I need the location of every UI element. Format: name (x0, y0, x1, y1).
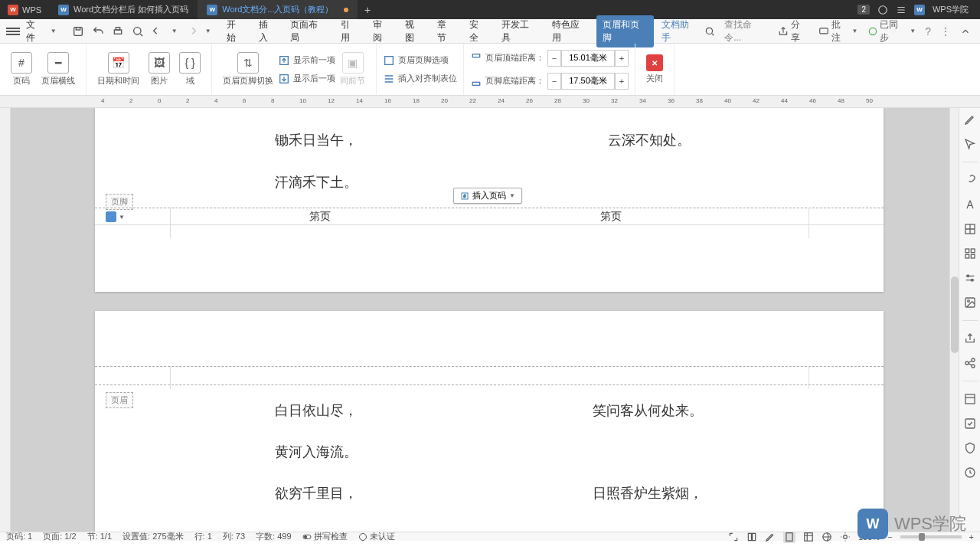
undo-icon[interactable] (92, 25, 104, 38)
pencil-icon[interactable] (963, 113, 977, 126)
notification-badge[interactable]: 2 (858, 5, 870, 15)
document-tab-active[interactable]: W Word文档分...入页码（教程） (198, 0, 358, 19)
spell-check-toggle[interactable]: 拼写检查 (302, 531, 348, 542)
body-text[interactable]: 笑问客从何处来。 (593, 401, 703, 420)
status-page-no[interactable]: 页码: 1 (6, 531, 32, 542)
tab-security[interactable]: 安全 (463, 15, 494, 47)
web-view-icon[interactable] (822, 532, 832, 542)
font-icon[interactable] (963, 198, 977, 211)
zoom-value[interactable]: 130% (858, 532, 880, 542)
table-icon[interactable] (963, 222, 977, 236)
same-prev-button[interactable]: ▣ 同前节 (335, 49, 370, 90)
switch-button[interactable]: ⇅ 页眉页脚切换 (218, 49, 278, 90)
body-text[interactable]: 日照香炉生紫烟， (593, 484, 703, 502)
image-icon[interactable] (963, 296, 977, 309)
fullscreen-icon[interactable] (728, 532, 739, 542)
status-page[interactable]: 页面: 1/2 (43, 531, 76, 542)
decrease-top-button[interactable]: − (547, 50, 561, 67)
body-text[interactable]: 锄禾日当午， (275, 131, 358, 149)
export-icon[interactable] (963, 332, 977, 345)
zoom-slider[interactable] (900, 535, 962, 538)
file-menu[interactable]: 文件 (21, 18, 49, 44)
grid-icon[interactable] (963, 247, 977, 260)
document-area[interactable]: 锄禾日当午， 汗滴禾下土。 云深不知处。 # 插入页码 ▼ 页脚 ▼ 第页 第页 (11, 108, 949, 532)
tab-developer[interactable]: 开发工具 (495, 15, 544, 47)
eye-protect-icon[interactable] (840, 532, 851, 542)
search-icon[interactable] (704, 26, 715, 37)
show-prev-button[interactable]: 显示前一项 (278, 52, 335, 69)
options-button[interactable]: 页眉页脚选项 (383, 52, 457, 69)
page-number-text[interactable]: 第页 (309, 210, 331, 224)
shield-icon[interactable] (963, 441, 977, 455)
status-row[interactable]: 行: 1 (194, 531, 212, 542)
header-line-button[interactable]: ━ 页眉横线 (37, 49, 80, 90)
show-next-button[interactable]: 显示后一项 (278, 70, 335, 87)
save-icon[interactable] (72, 25, 84, 38)
tab-section[interactable]: 章节 (431, 15, 462, 47)
tab-references[interactable]: 引用 (335, 15, 365, 47)
tab-insert[interactable]: 插入 (253, 15, 283, 47)
skin-icon[interactable] (877, 5, 888, 15)
comment-button[interactable]: 批注 ▼ (818, 18, 858, 44)
layout-icon[interactable] (963, 392, 977, 406)
share-button[interactable]: 分享 (778, 18, 809, 44)
page-number-text[interactable]: 第页 (600, 210, 622, 224)
auth-status[interactable]: 未认证 (358, 531, 395, 542)
bottom-distance-input[interactable] (561, 73, 615, 90)
cursor-icon[interactable] (963, 137, 977, 151)
edit-mode-icon[interactable] (765, 532, 776, 542)
vertical-scrollbar[interactable] (949, 108, 959, 532)
zoom-in-button[interactable]: + (969, 532, 974, 542)
insert-page-number-button[interactable]: # 插入页码 ▼ (453, 188, 522, 204)
page-view-icon[interactable] (783, 531, 795, 543)
body-text[interactable]: 黄河入海流。 (275, 443, 358, 461)
datetime-button[interactable]: 📅 日期和时间 (93, 49, 144, 90)
document-tab[interactable]: W Word文档分栏后 如何插入页码 (49, 0, 198, 19)
print-icon[interactable] (112, 25, 124, 38)
preview-icon[interactable] (132, 25, 144, 38)
scroll-thumb[interactable] (951, 276, 959, 353)
undo-arrow-icon[interactable] (152, 25, 164, 38)
share-icon[interactable] (963, 356, 977, 370)
sync-button[interactable]: 已同步 ▼ (867, 18, 916, 44)
field-button[interactable]: { } 域 (175, 49, 205, 90)
vertical-ruler[interactable] (0, 108, 11, 532)
tab-review[interactable]: 审阅 (367, 15, 397, 47)
picture-button[interactable]: 🖼 图片 (144, 49, 175, 90)
search-label[interactable]: 查找命令... (724, 18, 769, 44)
increase-bottom-button[interactable]: + (615, 73, 629, 90)
top-distance-input[interactable] (561, 50, 615, 67)
status-setting[interactable]: 设置值: 275毫米 (122, 531, 183, 542)
horizontal-ruler[interactable]: 4202468101214161820222426283032343638404… (11, 96, 959, 107)
status-col[interactable]: 列: 73 (223, 531, 245, 542)
body-text[interactable]: 白日依山尽， (275, 401, 358, 420)
body-text[interactable]: 欲穷千里目， (275, 484, 358, 502)
more-icon[interactable]: ⋮ (940, 25, 951, 38)
status-section[interactable]: 节: 1/1 (87, 531, 112, 542)
increase-top-button[interactable]: + (615, 50, 629, 67)
chevron-down-icon[interactable]: ▼ (172, 28, 178, 34)
close-header-footer-button[interactable]: ✕ 关闭 (642, 51, 668, 87)
footer-options-button[interactable]: ▼ (106, 211, 125, 222)
history-icon[interactable] (963, 466, 977, 479)
body-text[interactable]: 云深不知处。 (608, 131, 691, 149)
sliders-icon[interactable] (963, 271, 977, 285)
tab-special[interactable]: 特色应用 (546, 15, 595, 47)
hamburger-icon[interactable] (6, 28, 20, 35)
settings-icon[interactable] (896, 5, 906, 15)
link-icon[interactable] (963, 173, 977, 187)
body-text[interactable]: 汗滴禾下土。 (275, 173, 358, 191)
read-mode-icon[interactable] (746, 532, 757, 542)
tab-header-footer[interactable]: 页眉和页脚 (596, 15, 655, 47)
collapse-ribbon-icon[interactable] (960, 26, 971, 37)
redo-arrow-icon[interactable] (185, 25, 198, 38)
tab-view[interactable]: 视图 (399, 15, 430, 47)
picture2-icon[interactable] (963, 417, 977, 430)
status-words[interactable]: 字数: 499 (256, 531, 291, 542)
page-number-button[interactable]: # 页码 (6, 49, 37, 90)
insert-align-button[interactable]: 插入对齐制表位 (383, 70, 457, 87)
chevron-down-icon[interactable]: ▼ (205, 28, 211, 34)
decrease-bottom-button[interactable]: − (547, 73, 561, 90)
tab-start[interactable]: 开始 (220, 15, 251, 47)
tab-layout[interactable]: 页面布局 (284, 15, 333, 47)
